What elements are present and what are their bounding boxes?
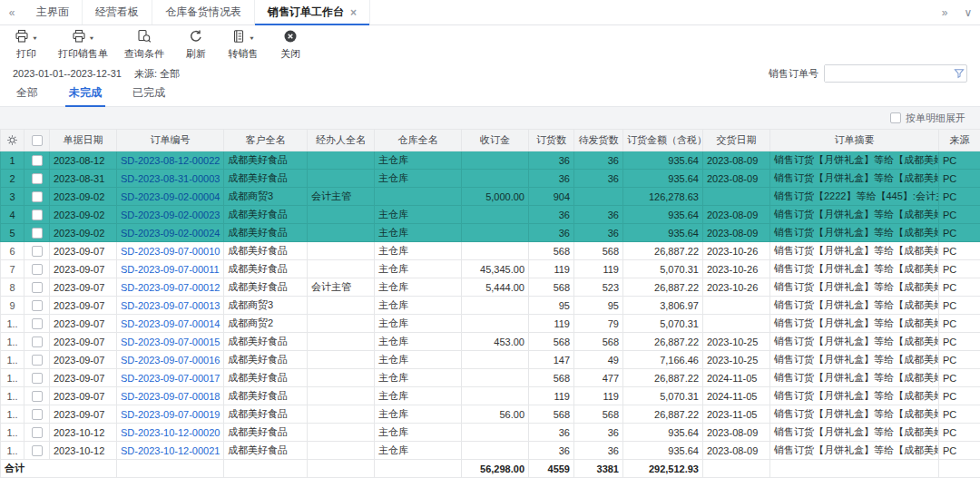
row-select-cell[interactable] — [24, 424, 50, 442]
filter-funnel-icon[interactable] — [952, 68, 966, 79]
tab-warehouse-stock-report[interactable]: 仓库备货情况表 — [152, 0, 255, 24]
status-tab-finished[interactable]: 已完成 — [129, 85, 169, 106]
order-no-link[interactable]: SD-2023-09-07-00014 — [121, 318, 220, 329]
row-checkbox[interactable] — [32, 173, 43, 184]
col-source[interactable]: 来源 — [939, 130, 980, 151]
dropdown-caret-icon[interactable]: ▼ — [89, 35, 95, 41]
order-no-link[interactable]: SD-2023-09-07-00013 — [121, 300, 220, 311]
col-warehouse[interactable]: 仓库全名 — [375, 130, 462, 151]
table-row[interactable]: 1..2023-10-12SD-2023-10-12-00020成都美好食品主仓… — [1, 424, 980, 442]
order-no-cell[interactable]: SD-2023-09-02-00023 — [117, 206, 224, 224]
row-checkbox[interactable] — [32, 337, 43, 347]
order-no-cell[interactable]: SD-2023-09-07-00010 — [117, 242, 224, 260]
table-row[interactable]: 52023-09-02SD-2023-09-02-00024成都美好食品主仓库3… — [1, 224, 980, 242]
row-checkbox[interactable] — [32, 373, 43, 384]
row-select-cell[interactable] — [24, 315, 50, 333]
close-button[interactable]: 关闭 — [275, 31, 306, 61]
order-no-cell[interactable]: SD-2023-08-31-00003 — [117, 170, 224, 188]
row-select-cell[interactable] — [24, 242, 50, 260]
row-checkbox[interactable] — [32, 300, 43, 311]
dropdown-caret-icon[interactable]: ▼ — [249, 35, 255, 41]
status-tab-unfinished[interactable]: 未完成 — [65, 85, 105, 106]
row-select-cell[interactable] — [24, 369, 50, 387]
order-no-cell[interactable]: SD-2023-09-07-00011 — [117, 260, 224, 278]
col-amount[interactable]: 订货金额（含税） — [623, 130, 703, 151]
row-checkbox[interactable] — [32, 427, 43, 438]
order-no-cell[interactable]: SD-2023-09-02-00024 — [117, 224, 224, 242]
table-row[interactable]: 22023-08-31SD-2023-08-31-00003成都美好食品主仓库3… — [1, 170, 980, 188]
row-checkbox[interactable] — [32, 355, 43, 366]
table-row[interactable]: 62023-09-07SD-2023-09-07-00010成都美好食品主仓库5… — [1, 242, 980, 260]
col-qty[interactable]: 订货数 — [529, 130, 574, 151]
order-no-filter-field[interactable] — [824, 64, 967, 83]
order-no-cell[interactable]: SD-2023-09-07-00013 — [117, 297, 224, 315]
order-no-cell[interactable]: SD-2023-09-02-00004 — [117, 188, 224, 206]
row-checkbox[interactable] — [32, 191, 43, 202]
select-all-checkbox[interactable] — [32, 135, 43, 146]
order-no-link[interactable]: SD-2023-09-07-00015 — [121, 337, 220, 347]
row-checkbox[interactable] — [32, 246, 43, 257]
table-row[interactable]: 32023-09-02SD-2023-09-02-00004成都商贸3会计主管5… — [1, 188, 980, 206]
print-button[interactable]: ▼ 打印 — [11, 31, 42, 61]
row-checkbox[interactable] — [32, 409, 43, 420]
row-select-cell[interactable] — [24, 224, 50, 242]
print-sales-order-button[interactable]: ▼ 打印销售单 — [58, 31, 108, 61]
col-doc-date[interactable]: 单据日期 — [50, 130, 117, 151]
tab-close-icon[interactable]: × — [350, 6, 357, 19]
row-checkbox[interactable] — [32, 210, 43, 220]
gear-icon[interactable] — [1, 130, 24, 151]
status-tab-all[interactable]: 全部 — [13, 85, 42, 106]
table-row[interactable]: 1..2023-09-07SD-2023-09-07-00014成都商贸2主仓库… — [1, 315, 980, 333]
row-select-cell[interactable] — [24, 333, 50, 351]
order-no-link[interactable]: SD-2023-09-07-00010 — [121, 246, 220, 257]
table-row[interactable]: 1..2023-10-12SD-2023-10-12-00021成都美好食品主仓… — [1, 442, 980, 460]
col-agent[interactable]: 经办人全名 — [308, 130, 375, 151]
order-no-link[interactable]: SD-2023-09-07-00017 — [121, 373, 220, 384]
query-conditions-button[interactable]: 查询条件 — [124, 31, 164, 61]
row-select-cell[interactable] — [24, 206, 50, 224]
col-deposit[interactable]: 收订金 — [462, 130, 529, 151]
tabs-scroll-left-icon[interactable]: « — [0, 0, 24, 24]
order-no-cell[interactable]: SD-2023-09-07-00015 — [117, 333, 224, 351]
table-row[interactable]: 12023-08-12SD-2023-08-12-00022成都美好食品主仓库3… — [1, 151, 980, 170]
row-select-cell[interactable] — [24, 188, 50, 206]
row-select-cell[interactable] — [24, 260, 50, 278]
row-checkbox[interactable] — [32, 264, 43, 275]
col-order-no[interactable]: 订单编号 — [117, 130, 224, 151]
row-select-cell[interactable] — [24, 170, 50, 188]
order-no-link[interactable]: SD-2023-09-07-00016 — [121, 355, 220, 366]
order-no-cell[interactable]: SD-2023-09-07-00019 — [117, 405, 224, 424]
table-row[interactable]: 92023-09-07SD-2023-09-07-00013成都商贸3主仓库95… — [1, 297, 980, 315]
col-pending-qty[interactable]: 待发货数 — [574, 130, 623, 151]
row-select-cell[interactable] — [24, 151, 50, 170]
row-checkbox[interactable] — [32, 391, 43, 402]
order-no-link[interactable]: SD-2023-09-02-00004 — [121, 191, 220, 202]
order-no-cell[interactable]: SD-2023-09-07-00012 — [117, 278, 224, 297]
order-no-link[interactable]: SD-2023-08-12-00022 — [121, 155, 220, 166]
row-checkbox[interactable] — [32, 228, 43, 239]
order-no-cell[interactable]: SD-2023-08-12-00022 — [117, 151, 224, 170]
tab-sales-order-workbench[interactable]: 销售订单工作台 × — [255, 0, 370, 24]
table-row[interactable]: 72023-09-07SD-2023-09-07-00011成都美好食品主仓库4… — [1, 260, 980, 278]
order-no-cell[interactable]: SD-2023-09-07-00016 — [117, 351, 224, 369]
order-no-link[interactable]: SD-2023-09-07-00019 — [121, 409, 220, 420]
tabs-scroll-right-icon[interactable]: » — [933, 0, 956, 24]
row-select-cell[interactable] — [24, 387, 50, 405]
row-select-cell[interactable] — [24, 297, 50, 315]
order-no-cell[interactable]: SD-2023-09-07-00017 — [117, 369, 224, 387]
column-settings-cell[interactable] — [1, 130, 24, 151]
order-no-link[interactable]: SD-2023-09-07-00018 — [121, 391, 220, 402]
dropdown-caret-icon[interactable]: ▼ — [32, 35, 38, 41]
order-no-cell[interactable]: SD-2023-10-12-00020 — [117, 424, 224, 442]
table-row[interactable]: 1..2023-09-07SD-2023-09-07-00017成都美好食品主仓… — [1, 369, 980, 387]
col-delivery-date[interactable]: 交货日期 — [703, 130, 770, 151]
table-row[interactable]: 82023-09-07SD-2023-09-07-00012成都美好食品会计主管… — [1, 278, 980, 297]
order-no-input[interactable] — [825, 65, 952, 82]
order-no-link[interactable]: SD-2023-10-12-00021 — [121, 445, 220, 456]
table-row[interactable]: 1..2023-09-07SD-2023-09-07-00015成都美好食品主仓… — [1, 333, 980, 351]
refresh-button[interactable]: 刷新 — [181, 31, 211, 61]
order-no-link[interactable]: SD-2023-09-02-00024 — [121, 228, 220, 239]
order-no-cell[interactable]: SD-2023-09-07-00018 — [117, 387, 224, 405]
select-all-cell[interactable] — [24, 130, 50, 151]
order-no-link[interactable]: SD-2023-09-02-00023 — [121, 210, 220, 220]
